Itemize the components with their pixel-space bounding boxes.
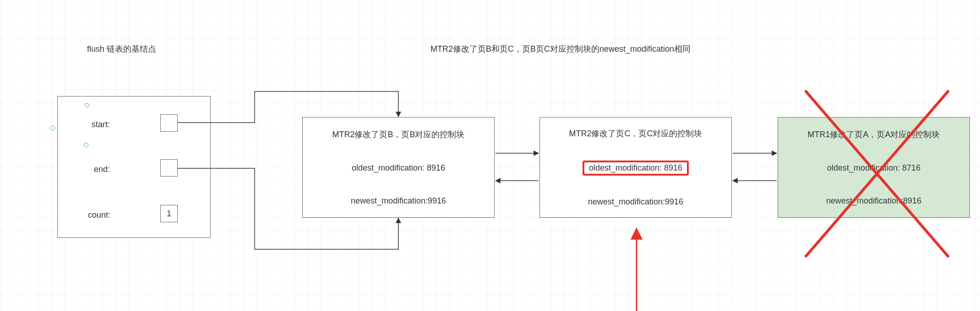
block-c-title: MTR2修改了页C，页C对应的控制块: [569, 124, 702, 143]
block-a-oldest: oldest_modification: 8716: [827, 160, 920, 177]
count-label: count:: [88, 210, 110, 220]
dot-icon: [85, 103, 89, 107]
block-a-newest: newest_modification:8916: [826, 193, 921, 209]
dot-icon: [84, 143, 88, 147]
block-c-oldest-highlight: oldest_modification: 8916: [583, 161, 689, 176]
block-b-oldest: oldest_modification: 8916: [352, 160, 445, 177]
start-label: start:: [92, 120, 110, 129]
mtr2-title: MTR2修改了页B和页C，页B页C对应控制块的newest_modificati…: [430, 43, 691, 54]
block-b: MTR2修改了页B，页B对应的控制块 oldest_modification: …: [302, 117, 495, 218]
block-c: MTR2修改了页C，页C对应的控制块 oldest_modification: …: [539, 117, 732, 218]
block-a: MTR1修改了页A，页A对应的控制块 oldest_modification: …: [778, 117, 970, 218]
block-c-oldest: oldest_modification: 8916: [589, 163, 682, 172]
count-box: 1: [160, 205, 178, 222]
block-b-newest: newest_modification:9916: [351, 193, 446, 209]
diagram-canvas: flush 链表的基结点 MTR2修改了页B和页C，页B页C对应控制块的newe…: [0, 0, 980, 311]
end-box: [160, 159, 178, 177]
block-c-newest: newest_modification:9916: [588, 193, 683, 210]
end-label: end:: [94, 165, 110, 174]
block-b-title: MTR2修改了页B，页B对应的控制块: [332, 125, 464, 144]
dot-icon: [50, 126, 55, 130]
flush-title: flush 链表的基结点: [87, 43, 156, 54]
block-a-title: MTR1修改了页A，页A对应的控制块: [807, 125, 940, 144]
flush-base-node: [57, 96, 211, 238]
count-value: 1: [167, 209, 171, 218]
start-box: [160, 114, 178, 132]
